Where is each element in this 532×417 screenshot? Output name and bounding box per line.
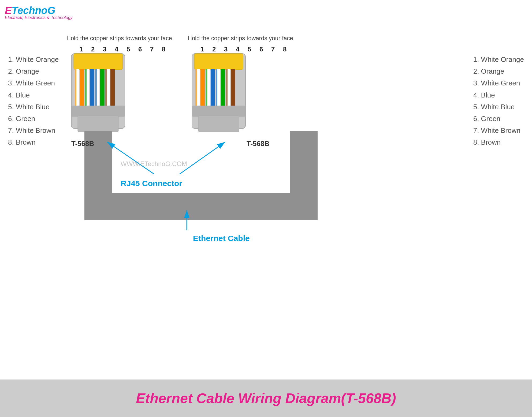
left-wire-6: 6. Green — [8, 113, 59, 125]
svg-rect-36 — [231, 55, 235, 69]
svg-rect-6 — [95, 55, 99, 69]
left-connector-label: T-568B — [71, 140, 94, 148]
svg-rect-33 — [216, 55, 220, 69]
main-diagram: Hold the copper strips towards your face… — [0, 0, 532, 380]
svg-rect-31 — [206, 55, 210, 69]
svg-rect-21 — [110, 69, 115, 107]
svg-line-51 — [107, 142, 154, 174]
svg-rect-38 — [195, 69, 197, 107]
right-instruction: Hold the copper strips towards your face — [188, 35, 293, 42]
bottom-banner: Ethernet Cable Wiring Diagram(T-568B) — [0, 380, 532, 417]
right-wire-4: 4. Blue — [473, 89, 524, 101]
left-wire-7: 7. White Brown — [8, 125, 59, 136]
svg-line-52 — [180, 142, 225, 174]
svg-rect-15 — [90, 69, 94, 107]
svg-rect-29 — [195, 55, 200, 69]
left-wire-1: 1. White Orange — [8, 54, 59, 65]
right-wire-5: 5. White Blue — [473, 101, 524, 113]
ethernet-label: Ethernet Cable — [193, 234, 250, 243]
right-wire-2: 2. Orange — [473, 65, 524, 77]
svg-rect-5 — [90, 55, 94, 69]
svg-rect-11 — [75, 69, 76, 107]
svg-rect-9 — [110, 55, 115, 69]
svg-rect-42 — [211, 69, 215, 107]
svg-rect-12 — [80, 69, 84, 107]
svg-rect-23 — [78, 116, 118, 132]
svg-rect-26 — [290, 131, 318, 220]
rj45-label: RJ45 Connector — [121, 179, 182, 188]
watermark: WWW.ETechnoG.COM — [121, 160, 187, 167]
right-wire-1: 1. White Orange — [473, 54, 524, 65]
svg-rect-25 — [84, 193, 318, 220]
left-wire-2: 2. Orange — [8, 65, 59, 77]
right-pin-numbers: 1 2 3 4 5 6 7 8 — [200, 46, 290, 53]
left-wire-labels: 1. White Orange 2. Orange 3. White Green… — [8, 54, 59, 148]
svg-rect-50 — [198, 116, 239, 132]
left-instruction: Hold the copper strips towards your face — [66, 35, 172, 42]
svg-rect-22 — [71, 106, 125, 117]
svg-rect-48 — [231, 69, 235, 107]
svg-rect-47 — [226, 69, 228, 107]
left-wire-8: 8. Brown — [8, 136, 59, 148]
right-wire-3: 3. White Green — [473, 77, 524, 89]
svg-rect-14 — [85, 69, 87, 107]
svg-rect-39 — [200, 69, 205, 107]
right-wire-labels: 1. White Orange 2. Orange 3. White Green… — [473, 54, 524, 148]
right-wire-7: 7. White Brown — [473, 125, 524, 136]
right-wire-8: 8. Brown — [473, 136, 524, 148]
left-pin-numbers: 1 2 3 4 5 6 7 8 — [79, 46, 169, 53]
svg-rect-20 — [105, 69, 107, 107]
right-wire-6: 6. Green — [473, 113, 524, 125]
svg-rect-30 — [200, 55, 205, 69]
left-wire-3: 3. White Green — [8, 77, 59, 89]
svg-rect-7 — [100, 55, 105, 69]
svg-rect-2 — [75, 55, 79, 69]
svg-rect-45 — [221, 69, 225, 107]
svg-rect-8 — [105, 55, 110, 69]
right-connector-label: T-568B — [247, 140, 269, 148]
svg-rect-34 — [221, 55, 225, 69]
bottom-banner-text: Ethernet Cable Wiring Diagram(T-568B) — [136, 390, 396, 406]
left-wire-4: 4. Blue — [8, 89, 59, 101]
svg-rect-18 — [100, 69, 105, 107]
svg-rect-35 — [226, 55, 230, 69]
left-wire-5: 5. White Blue — [8, 101, 59, 113]
svg-rect-41 — [206, 69, 207, 107]
svg-rect-17 — [95, 69, 97, 107]
svg-rect-49 — [192, 106, 245, 117]
svg-rect-32 — [211, 55, 215, 69]
svg-rect-3 — [80, 55, 84, 69]
svg-rect-4 — [85, 55, 89, 69]
svg-rect-44 — [216, 69, 217, 107]
